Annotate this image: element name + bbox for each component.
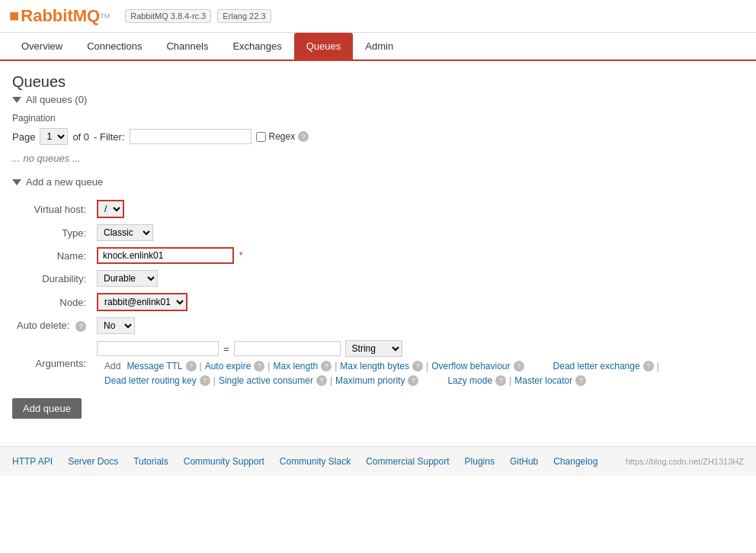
- main-nav: Overview Connections Channels Exchanges …: [0, 33, 756, 61]
- auto-delete-help-icon[interactable]: ?: [75, 321, 86, 332]
- footer-commercial-support[interactable]: Commercial Support: [366, 456, 449, 467]
- master-locator-help[interactable]: ?: [575, 375, 586, 386]
- overflow-behaviour-help[interactable]: ?: [514, 361, 524, 371]
- message-ttl-help[interactable]: ?: [186, 361, 197, 371]
- logo: ■ RabbitMQ TM: [9, 6, 110, 26]
- arg-link-auto-expire[interactable]: Auto expire: [205, 361, 251, 371]
- durability-select[interactable]: Durable Transient: [97, 270, 158, 287]
- dead-letter-exchange-help[interactable]: ?: [643, 361, 654, 371]
- arg-link-max-length[interactable]: Max length: [273, 361, 318, 371]
- add-queue-button[interactable]: Add queue: [12, 398, 82, 419]
- type-row: Type: Classic Quorum: [12, 221, 744, 244]
- arg-link-dead-letter-exchange[interactable]: Dead letter exchange: [553, 361, 640, 371]
- node-label: Node:: [12, 290, 92, 314]
- arg-val-input[interactable]: [234, 341, 341, 356]
- single-active-consumer-help[interactable]: ?: [316, 375, 327, 386]
- erlang-version-badge: Erlang 22.3: [217, 9, 271, 23]
- node-row: Node: rabbit@enlink01: [12, 290, 744, 314]
- footer-changelog[interactable]: Changelog: [553, 456, 597, 467]
- arg-link-overflow-behaviour[interactable]: Overflow behaviour: [431, 361, 510, 371]
- maximum-priority-help[interactable]: ?: [408, 375, 418, 386]
- auto-expire-help[interactable]: ?: [254, 361, 264, 371]
- nav-queues[interactable]: Queues: [294, 33, 354, 59]
- of-label: of 0: [72, 131, 89, 143]
- rabbitmq-version-badge: RabbitMQ 3.8.4-rc.3: [125, 9, 211, 23]
- vhost-select[interactable]: /: [97, 200, 124, 218]
- pagination-label: Pagination: [12, 113, 744, 124]
- arg-link-single-active-consumer[interactable]: Single active consumer: [219, 375, 313, 386]
- arg-link-message-ttl[interactable]: Message TTL: [127, 361, 182, 371]
- arguments-cell: = String Number Boolean Add Message TTL …: [92, 337, 744, 389]
- lazy-mode-help[interactable]: ?: [495, 375, 506, 386]
- arg-link-max-length-bytes[interactable]: Max length bytes: [340, 361, 409, 371]
- arguments-row: Arguments: = String Number Boolean Add: [12, 337, 744, 389]
- nav-connections[interactable]: Connections: [75, 33, 154, 59]
- arg-link-dead-letter-routing-key[interactable]: Dead letter routing key: [104, 375, 197, 386]
- pagination-row: Page 1 of 0 - Filter: Regex ?: [12, 128, 744, 145]
- name-label: Name:: [12, 244, 92, 267]
- all-queues-header[interactable]: All queues (0): [12, 94, 744, 105]
- no-queues-message: ... no queues ...: [12, 153, 744, 164]
- footer-community-support[interactable]: Community Support: [184, 456, 264, 467]
- add-label: Add: [104, 361, 120, 371]
- nav-exchanges[interactable]: Exchanges: [220, 33, 293, 59]
- node-cell: rabbit@enlink01: [92, 290, 744, 314]
- arg-link-lazy-mode[interactable]: Lazy mode: [447, 375, 492, 386]
- type-cell: Classic Quorum: [92, 221, 744, 244]
- required-star: *: [239, 249, 243, 261]
- all-queues-label: All queues (0): [26, 94, 87, 105]
- add-links-row: Add Message TTL ? | Auto expire ? | Max …: [97, 360, 739, 386]
- arg-key-input[interactable]: [97, 341, 219, 356]
- logo-icon: ■: [9, 6, 19, 26]
- args-input-row: = String Number Boolean: [97, 340, 739, 357]
- durability-label: Durability:: [12, 267, 92, 290]
- filter-label: - Filter:: [94, 131, 124, 143]
- arg-link-maximum-priority[interactable]: Maximum priority: [335, 375, 405, 386]
- footer-github[interactable]: GitHub: [510, 456, 538, 467]
- add-queue-form: Virtual host: / Type: Classic Quorum Nam: [12, 197, 744, 389]
- vhost-row: Virtual host: /: [12, 197, 744, 221]
- add-queue-header[interactable]: Add a new queue: [12, 176, 744, 188]
- footer-community-slack[interactable]: Community Slack: [280, 456, 351, 467]
- node-select[interactable]: rabbit@enlink01: [97, 293, 187, 311]
- collapse-triangle: [12, 97, 21, 103]
- header: ■ RabbitMQ TM RabbitMQ 3.8.4-rc.3 Erlang…: [0, 0, 756, 33]
- page-label: Page: [12, 131, 35, 143]
- arg-link-master-locator[interactable]: Master locator: [514, 375, 572, 386]
- arguments-label: Arguments:: [12, 337, 92, 389]
- auto-delete-row: Auto delete: ? No Yes: [12, 314, 744, 337]
- page-select[interactable]: 1: [40, 128, 68, 145]
- name-input[interactable]: [97, 247, 234, 264]
- regex-label: Regex: [269, 131, 296, 142]
- footer-tutorials[interactable]: Tutorials: [133, 456, 168, 467]
- regex-checkbox[interactable]: [256, 132, 266, 142]
- type-select[interactable]: Classic Quorum: [97, 224, 153, 241]
- auto-delete-select[interactable]: No Yes: [97, 317, 135, 334]
- add-queue-triangle: [12, 179, 21, 185]
- dead-letter-routing-key-help[interactable]: ?: [200, 375, 210, 386]
- nav-overview[interactable]: Overview: [9, 33, 75, 59]
- main-content: Queues All queues (0) Pagination Page 1 …: [0, 61, 756, 431]
- vhost-cell: /: [92, 197, 744, 221]
- regex-check: Regex ?: [256, 131, 309, 142]
- footer-http-api[interactable]: HTTP API: [12, 456, 53, 467]
- type-label: Type:: [12, 221, 92, 244]
- logo-tm: TM: [100, 12, 110, 20]
- filter-input[interactable]: [130, 129, 251, 144]
- durability-row: Durability: Durable Transient: [12, 267, 744, 290]
- max-length-help[interactable]: ?: [321, 361, 332, 371]
- vhost-label: Virtual host:: [12, 197, 92, 221]
- footer: HTTP API Server Docs Tutorials Community…: [0, 446, 756, 476]
- arg-equals: =: [223, 343, 229, 355]
- auto-delete-cell: No Yes: [92, 314, 744, 337]
- nav-channels[interactable]: Channels: [154, 33, 220, 59]
- arg-type-select[interactable]: String Number Boolean: [345, 340, 402, 357]
- regex-help-icon[interactable]: ?: [298, 131, 309, 142]
- add-queue-title: Add a new queue: [26, 176, 103, 188]
- name-cell: *: [92, 244, 744, 267]
- nav-admin[interactable]: Admin: [353, 33, 405, 59]
- footer-server-docs[interactable]: Server Docs: [68, 456, 118, 467]
- max-length-bytes-help[interactable]: ?: [412, 361, 423, 371]
- name-row: Name: *: [12, 244, 744, 267]
- footer-plugins[interactable]: Plugins: [465, 456, 495, 467]
